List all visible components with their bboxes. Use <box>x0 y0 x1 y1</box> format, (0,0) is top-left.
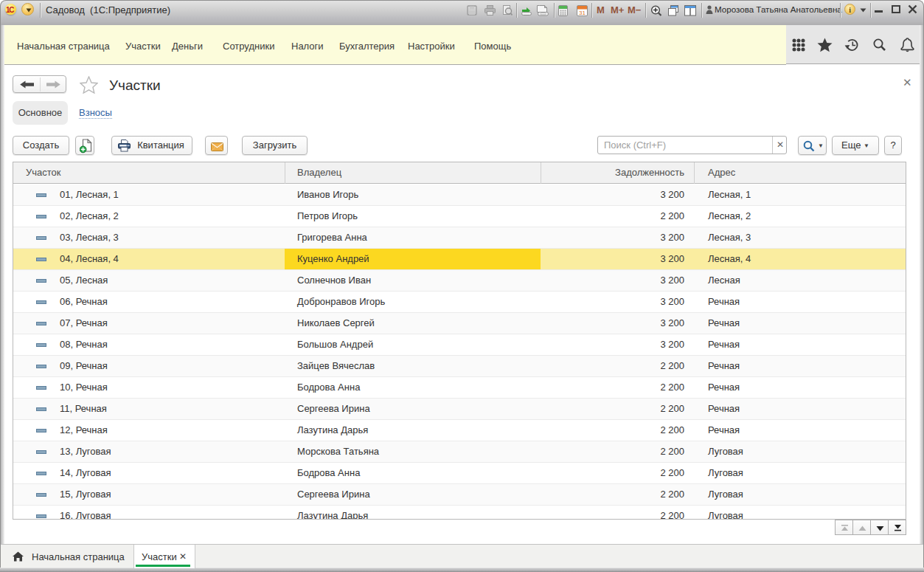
svg-text:31: 31 <box>579 10 586 16</box>
